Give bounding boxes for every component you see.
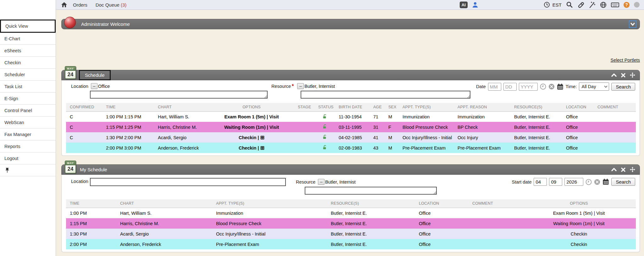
unlocked-icon[interactable] [322, 145, 327, 150]
help-icon[interactable]: ? [624, 2, 630, 8]
time-picker-icon[interactable] [586, 179, 592, 185]
location-remove-button[interactable]: – [91, 83, 97, 89]
search-icon[interactable] [566, 1, 573, 8]
cell-chart[interactable]: Acardi, Sergio [154, 132, 209, 143]
table-row[interactable]: C 1:30 PM 2:00 PM Acardi, Sergio Checkin… [66, 132, 636, 143]
sidebar-item-e-sign[interactable]: E-Sign [0, 93, 56, 105]
cell-resources: Butler, Internist E. [510, 122, 562, 132]
cell-chart[interactable]: Anderson, Frederick [116, 239, 212, 249]
home-icon[interactable] [61, 2, 67, 8]
resource-input[interactable] [305, 187, 437, 195]
cell-time: 1:15 PM [66, 218, 116, 229]
location-input[interactable] [90, 91, 268, 99]
cell-confirmed [66, 143, 102, 153]
close-portlet-icon[interactable] [621, 72, 625, 78]
clear-date-icon[interactable] [594, 179, 600, 185]
table-row[interactable]: 1:15 PM Harris, Christine M. Blood Press… [66, 218, 636, 229]
sidebar-item-e-chart[interactable]: E-Chart [0, 33, 56, 45]
user-icon[interactable] [472, 2, 478, 8]
cell-status [314, 111, 335, 122]
cell-location: Office [562, 122, 594, 132]
cell-chart[interactable]: Harris, Christine M. [116, 218, 212, 229]
sidebar-item-fax-manager[interactable]: Fax Manager [0, 128, 56, 140]
schedule-search-button[interactable]: Search [611, 83, 635, 91]
sidebar-pin-button[interactable] [0, 164, 56, 176]
close-portlet-icon[interactable] [621, 167, 625, 172]
cell-comment [594, 122, 636, 132]
unlocked-icon[interactable] [322, 114, 327, 119]
table-row[interactable]: 1:00 PM Hart, William S. Immunization Bu… [66, 208, 636, 218]
wand-icon[interactable] [589, 1, 596, 8]
nav-doc-queue[interactable]: Doc Queue (3) [96, 2, 126, 8]
start-date-day-input[interactable] [549, 178, 562, 186]
keyboard-icon[interactable] [611, 2, 619, 8]
table-row[interactable]: 1:30 PM Acardi, Sergio Occ Injury/Illnes… [66, 229, 636, 239]
cell-location: Office [562, 111, 594, 122]
cell-location: Office [562, 143, 594, 153]
plus-box-icon[interactable]: ⊞ [260, 135, 264, 140]
link-icon[interactable] [577, 1, 584, 8]
clock-icon[interactable] [544, 2, 550, 8]
calendar-picker-icon[interactable] [602, 179, 609, 185]
cell-chart[interactable]: Hart, William S. [154, 111, 209, 122]
clear-date-icon[interactable] [548, 83, 555, 90]
my-schedule-search-button[interactable]: Search [611, 178, 635, 186]
sidebar-item-quick-view[interactable]: Quick View [0, 20, 56, 33]
sidebar-item-webscan[interactable]: WebScan [0, 117, 56, 128]
my-schedule-portlet-title: My Schedule [80, 167, 107, 172]
collapse-portlet-icon[interactable] [611, 72, 617, 78]
banner-collapse-button[interactable] [629, 20, 636, 28]
start-date-year-input[interactable] [564, 178, 583, 186]
resource-input[interactable] [301, 91, 470, 99]
date-year-input[interactable] [519, 83, 538, 91]
sidebar-item-scheduler[interactable]: Scheduler [0, 69, 56, 81]
plus-box-icon[interactable]: ⊞ [260, 145, 264, 151]
table-row[interactable]: 2:00 PM Anderson, Frederick Pre-Placemen… [66, 239, 636, 249]
location-input[interactable] [90, 178, 286, 186]
resource-remove-button[interactable]: – [297, 83, 304, 89]
sidebar-item-checkin[interactable]: Checkin [0, 57, 56, 69]
table-row[interactable]: C 1:00 PM 1:15 PM Hart, William S. Exam … [66, 111, 636, 122]
cell-birth-date: 04-02-1985 [335, 132, 369, 143]
cell-options: Exam Room 1 (5m) | Visit [209, 111, 294, 122]
my-schedule-portlet: MAY 24 My Schedule Location Resource – B… [61, 164, 640, 252]
cell-chart[interactable]: Anderson, Frederick [154, 143, 209, 153]
cell-options: Checkin | ⊞ [209, 143, 294, 153]
collapse-portlet-icon[interactable] [611, 167, 617, 172]
unlocked-icon[interactable] [322, 134, 327, 139]
sidebar-item-logout[interactable]: Logout [0, 152, 56, 164]
table-row[interactable]: 2:00 PM 3:00 PM Anderson, Frederick Chec… [66, 143, 636, 153]
date-day-input[interactable] [503, 83, 517, 91]
ai-badge[interactable]: AI [460, 2, 468, 8]
move-portlet-icon[interactable] [630, 72, 635, 78]
cell-chart[interactable]: Harris, Christine M. [154, 122, 209, 132]
cell-status [314, 143, 335, 153]
cell-comment [469, 208, 522, 218]
my-schedule-table-header: TIME CHART APPT. TYPE(S) RESOURCE(S) LOC… [66, 199, 636, 208]
resource-remove-button[interactable]: – [318, 179, 325, 185]
time-picker-icon[interactable] [540, 83, 546, 90]
cell-appt-types: Blood Pressure Check [399, 122, 454, 132]
unlocked-icon[interactable] [322, 124, 327, 129]
cell-appt-reason: BP Check [454, 122, 510, 132]
select-portlets-link[interactable]: Select Portlets [611, 58, 640, 63]
location-label: Location [71, 84, 88, 89]
sidebar-item-esheets[interactable]: eSheets [0, 45, 56, 57]
cell-chart[interactable]: Hart, William S. [116, 208, 212, 218]
cell-appt-types: Pre-Placement Exam [399, 143, 454, 153]
time-select[interactable]: All Day [579, 82, 609, 91]
table-row[interactable]: C 1:15 PM 1:25 PM Harris, Christine M. W… [66, 122, 636, 132]
sidebar-item-reports[interactable]: Reports [0, 140, 56, 152]
nav-orders[interactable]: Orders [73, 2, 87, 8]
globe-icon[interactable] [600, 2, 607, 8]
status-indicator-icon[interactable] [634, 2, 640, 8]
move-portlet-icon[interactable] [630, 167, 635, 172]
date-month-input[interactable] [488, 83, 501, 91]
start-date-month-input[interactable] [534, 178, 547, 186]
cell-chart[interactable]: Acardi, Sergio [116, 229, 212, 239]
sidebar-item-control-panel[interactable]: Control Panel [0, 105, 56, 117]
resource-label: Resource [271, 84, 291, 89]
calendar-picker-icon[interactable] [557, 83, 564, 90]
sidebar-item-task-list[interactable]: Task List [0, 81, 56, 93]
cell-resources: Butler, Internist E. [510, 143, 562, 153]
